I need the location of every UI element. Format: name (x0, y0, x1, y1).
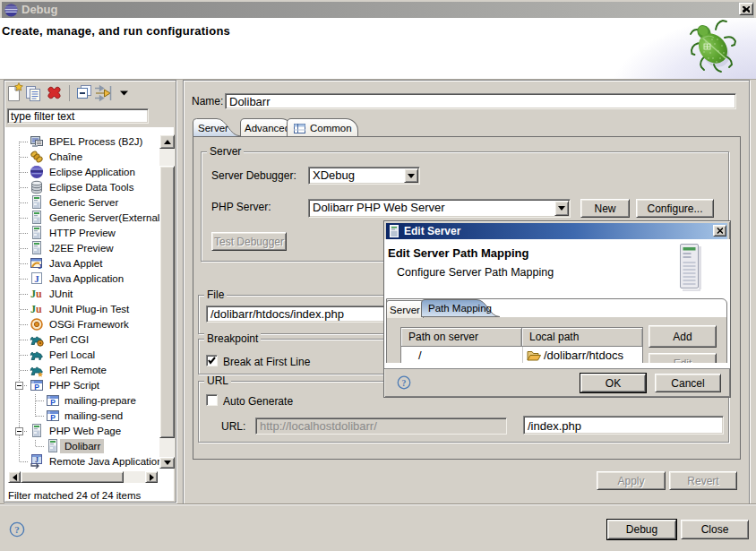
svg-text:P: P (50, 398, 56, 407)
svg-text:?: ? (402, 378, 407, 388)
svg-text:J: J (38, 263, 41, 271)
svg-text:u: u (36, 303, 42, 315)
svg-text:P: P (34, 383, 39, 392)
svg-text:J: J (35, 456, 39, 464)
svg-text:J: J (34, 273, 39, 284)
svg-text:u: u (36, 288, 42, 300)
svg-text:P: P (50, 413, 56, 422)
svg-text:?: ? (14, 524, 20, 535)
